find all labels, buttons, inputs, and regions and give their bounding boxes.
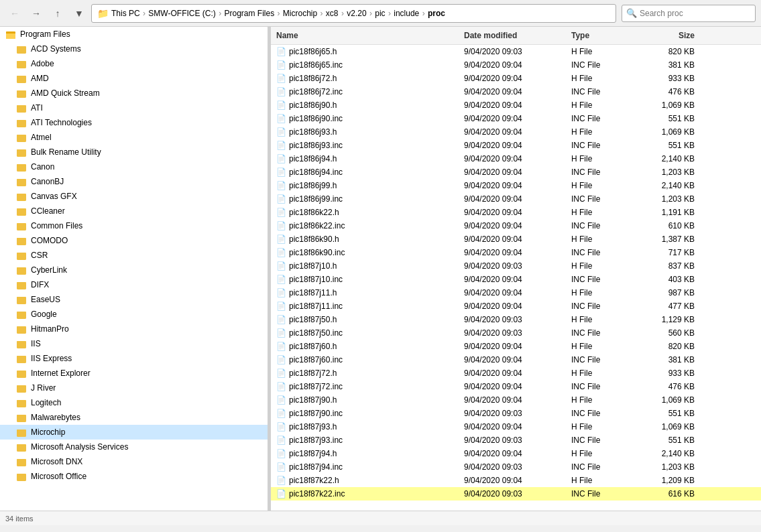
folder-item-9[interactable]: Canon — [0, 159, 268, 174]
folder-item-14[interactable]: COMODO — [0, 233, 268, 248]
file-type-30: H File — [566, 449, 646, 458]
search-input[interactable] — [640, 9, 751, 18]
file-row-8[interactable]: 📄 pic18f86j94.h 9/04/2020 09:04 H File 2… — [271, 152, 761, 165]
folder-item-10[interactable]: CanonBJ — [0, 174, 268, 189]
folder-item-21[interactable]: IIS — [0, 336, 268, 351]
file-row-21[interactable]: 📄 pic18f87j50.inc 9/04/2020 09:03 INC Fi… — [271, 326, 761, 340]
up-button[interactable]: ↑ — [48, 4, 67, 23]
folder-item-27[interactable]: Microchip — [0, 425, 268, 440]
file-type-12: H File — [566, 208, 646, 217]
folder-item-29[interactable]: Microsoft DNX — [0, 454, 268, 469]
folder-item-3[interactable]: AMD — [0, 71, 268, 86]
folder-icon-29 — [16, 456, 27, 467]
file-type-13: INC File — [566, 221, 646, 230]
col-header-date[interactable]: Date modified — [459, 29, 566, 42]
file-row-13[interactable]: 📄 pic18f86k22.inc 9/04/2020 09:04 INC Fi… — [271, 219, 761, 232]
file-type-16: H File — [566, 261, 646, 271]
col-header-name[interactable]: Name — [271, 29, 459, 42]
forward-button[interactable]: → — [27, 4, 46, 23]
breadcrumb-part-2[interactable]: Program Files — [224, 9, 274, 18]
folder-item-4[interactable]: AMD Quick Stream — [0, 86, 268, 101]
folder-item-20[interactable]: HitmanPro — [0, 322, 268, 336]
file-row-9[interactable]: 📄 pic18f86j94.inc 9/04/2020 09:04 INC Fi… — [271, 165, 761, 179]
file-type-11: INC File — [566, 194, 646, 204]
file-name-label-20: pic18f87j50.h — [289, 315, 337, 324]
folder-item-18[interactable]: EaseUS — [0, 292, 268, 307]
file-row-5[interactable]: 📄 pic18f86j90.inc 9/04/2020 09:04 INC Fi… — [271, 112, 761, 125]
folder-item-16[interactable]: CyberLink — [0, 263, 268, 277]
address-bar[interactable]: 📁 This PC › SMW-OFFICE (C:) › Program Fi… — [91, 4, 616, 23]
file-row-14[interactable]: 📄 pic18f86k90.h 9/04/2020 09:04 H File 1… — [271, 232, 761, 246]
folder-item-26[interactable]: Malwarebytes — [0, 410, 268, 425]
file-name-17: 📄 pic18f87j10.inc — [271, 275, 459, 284]
file-row-31[interactable]: 📄 pic18f87j94.inc 9/04/2020 09:03 INC Fi… — [271, 460, 761, 474]
folder-icon-20 — [16, 324, 27, 334]
file-row-28[interactable]: 📄 pic18f87j93.h 9/04/2020 09:04 H File 1… — [271, 420, 761, 434]
col-header-type[interactable]: Type — [566, 29, 646, 42]
folder-item-5[interactable]: ATI — [0, 101, 268, 115]
back-button[interactable]: ← — [5, 4, 24, 23]
folder-item-6[interactable]: ATI Technologies — [0, 115, 268, 130]
file-row-30[interactable]: 📄 pic18f87j94.h 9/04/2020 09:04 H File 2… — [271, 447, 761, 460]
file-row-18[interactable]: 📄 pic18f87j11.h 9/04/2020 09:04 H File 9… — [271, 286, 761, 300]
folder-item-0[interactable]: Program Files — [0, 27, 268, 42]
file-row-27[interactable]: 📄 pic18f87j90.inc 9/04/2020 09:03 INC Fi… — [271, 407, 761, 420]
file-name-label-31: pic18f87j94.inc — [289, 462, 343, 472]
file-row-16[interactable]: 📄 pic18f87j10.h 9/04/2020 09:03 H File 8… — [271, 259, 761, 273]
breadcrumb-part-5[interactable]: v2.20 — [347, 9, 366, 18]
folder-item-19[interactable]: Google — [0, 307, 268, 322]
folder-item-25[interactable]: Logitech — [0, 395, 268, 410]
file-size-31: 1,203 KB — [646, 462, 700, 472]
folder-item-2[interactable]: Adobe — [0, 56, 268, 71]
folder-item-22[interactable]: IIS Express — [0, 351, 268, 366]
file-row-11[interactable]: 📄 pic18f86j99.inc 9/04/2020 09:04 INC Fi… — [271, 192, 761, 206]
file-row-22[interactable]: 📄 pic18f87j60.h 9/04/2020 09:04 H File 8… — [271, 340, 761, 353]
file-row-26[interactable]: 📄 pic18f87j90.h 9/04/2020 09:04 H File 1… — [271, 393, 761, 407]
breadcrumb-part-6[interactable]: pic — [375, 9, 385, 18]
file-row-6[interactable]: 📄 pic18f86j93.h 9/04/2020 09:04 H File 1… — [271, 125, 761, 139]
folder-item-28[interactable]: Microsoft Analysis Services — [0, 440, 268, 454]
file-row-32[interactable]: 📄 pic18f87k22.h 9/04/2020 09:04 H File 1… — [271, 474, 761, 487]
folder-item-13[interactable]: Common Files — [0, 218, 268, 233]
file-row-20[interactable]: 📄 pic18f87j50.h 9/04/2020 09:03 H File 1… — [271, 313, 761, 326]
file-row-23[interactable]: 📄 pic18f87j60.inc 9/04/2020 09:04 INC Fi… — [271, 353, 761, 367]
folder-item-12[interactable]: CCleaner — [0, 204, 268, 218]
folder-icon-30 — [16, 471, 27, 482]
breadcrumb-part-0[interactable]: This PC — [111, 9, 140, 18]
breadcrumb-part-7[interactable]: include — [394, 9, 419, 18]
file-row-29[interactable]: 📄 pic18f87j93.inc 9/04/2020 09:03 INC Fi… — [271, 434, 761, 447]
col-header-size[interactable]: Size — [646, 29, 700, 42]
file-row-19[interactable]: 📄 pic18f87j11.inc 9/04/2020 09:04 INC Fi… — [271, 300, 761, 313]
file-row-3[interactable]: 📄 pic18f86j72.inc 9/04/2020 09:04 INC Fi… — [271, 85, 761, 98]
breadcrumb-part-8[interactable]: proc — [428, 9, 445, 18]
file-row-4[interactable]: 📄 pic18f86j90.h 9/04/2020 09:04 H File 1… — [271, 98, 761, 112]
file-row-33[interactable]: 📄 pic18f87k22.inc 9/04/2020 09:03 INC Fi… — [271, 487, 761, 501]
folder-icon-2 — [16, 58, 27, 69]
breadcrumb-part-3[interactable]: Microchip — [283, 9, 317, 18]
file-row-1[interactable]: 📄 pic18f86j65.inc 9/04/2020 09:04 INC Fi… — [271, 58, 761, 72]
folder-item-30[interactable]: Microsoft Office — [0, 469, 268, 484]
file-row-10[interactable]: 📄 pic18f86j99.h 9/04/2020 09:04 H File 2… — [271, 179, 761, 192]
recent-button[interactable]: ▼ — [70, 4, 89, 23]
file-row-24[interactable]: 📄 pic18f87j72.h 9/04/2020 09:04 H File 9… — [271, 367, 761, 380]
breadcrumb-part-1[interactable]: SMW-OFFICE (C:) — [148, 9, 215, 18]
folder-item-17[interactable]: DIFX — [0, 277, 268, 292]
file-row-0[interactable]: 📄 pic18f86j65.h 9/04/2020 09:03 H File 8… — [271, 45, 761, 58]
file-row-17[interactable]: 📄 pic18f87j10.inc 9/04/2020 09:04 INC Fi… — [271, 273, 761, 286]
folder-item-11[interactable]: Canvas GFX — [0, 189, 268, 204]
file-row-7[interactable]: 📄 pic18f86j93.inc 9/04/2020 09:04 INC Fi… — [271, 139, 761, 152]
folder-item-23[interactable]: Internet Explorer — [0, 366, 268, 381]
folder-item-7[interactable]: Atmel — [0, 130, 268, 145]
file-row-25[interactable]: 📄 pic18f87j72.inc 9/04/2020 09:04 INC Fi… — [271, 380, 761, 393]
folder-item-24[interactable]: J River — [0, 381, 268, 395]
folder-item-15[interactable]: CSR — [0, 248, 268, 263]
file-row-15[interactable]: 📄 pic18f86k90.inc 9/04/2020 09:04 INC Fi… — [271, 246, 761, 259]
file-name-29: 📄 pic18f87j93.inc — [271, 436, 459, 445]
folder-item-8[interactable]: Bulk Rename Utility — [0, 145, 268, 159]
folder-icon-13 — [16, 220, 27, 231]
folder-label-13: Common Files — [31, 221, 82, 230]
file-row-2[interactable]: 📄 pic18f86j72.h 9/04/2020 09:04 H File 9… — [271, 72, 761, 85]
folder-item-1[interactable]: ACD Systems — [0, 42, 268, 56]
file-row-12[interactable]: 📄 pic18f86k22.h 9/04/2020 09:04 H File 1… — [271, 206, 761, 219]
breadcrumb-part-4[interactable]: xc8 — [326, 9, 339, 18]
